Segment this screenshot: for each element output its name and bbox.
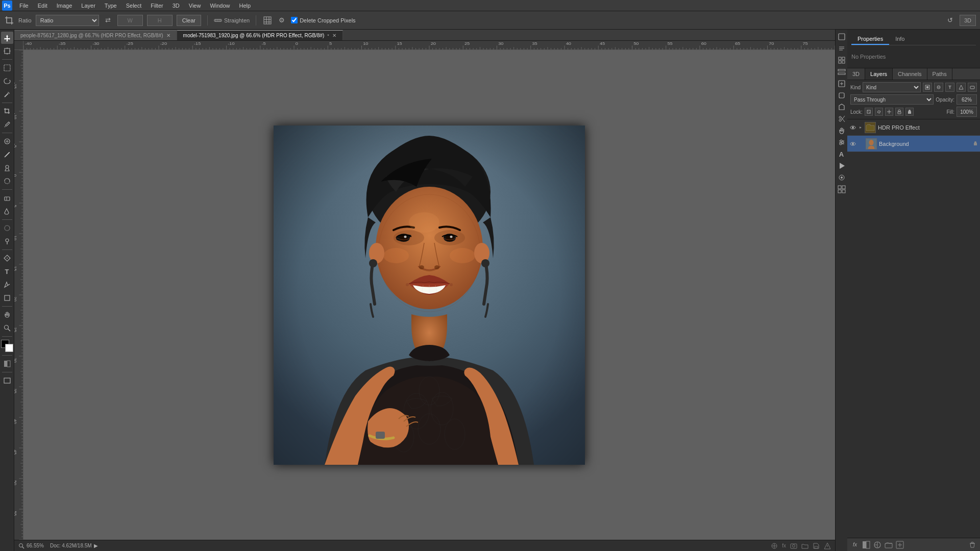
tool-eraser[interactable] bbox=[1, 192, 13, 204]
rt-btn-5[interactable] bbox=[837, 79, 847, 89]
layer-foot-fx[interactable]: fx bbox=[850, 540, 860, 549]
menu-3d[interactable]: 3D bbox=[168, 2, 184, 10]
tool-quick-mask[interactable] bbox=[1, 358, 13, 370]
svg-text:-35: -35 bbox=[59, 42, 66, 45]
tool-eyedropper[interactable] bbox=[1, 118, 13, 131]
rt-btn-adjust[interactable] bbox=[837, 137, 847, 147]
tab-properties[interactable]: Properties bbox=[851, 34, 889, 45]
tool-zoom[interactable] bbox=[1, 322, 13, 334]
menu-window[interactable]: Window bbox=[206, 2, 234, 10]
tab-1-close[interactable]: ✕ bbox=[166, 33, 170, 38]
ratio-select[interactable]: Ratio W x H x Resolution Original Ratio bbox=[36, 15, 99, 26]
tool-magic-wand[interactable] bbox=[1, 88, 13, 101]
tool-artboard[interactable] bbox=[1, 45, 13, 57]
height-input[interactable] bbox=[147, 15, 173, 26]
doc-info-arrow[interactable]: ▶ bbox=[94, 543, 98, 548]
settings-icon[interactable]: ⚙ bbox=[277, 15, 287, 26]
tab-2-close[interactable]: ✕ bbox=[332, 33, 336, 38]
rt-btn-3[interactable] bbox=[837, 55, 847, 65]
tab-2[interactable]: model-751983_1920.jpg @ 66.6% (HDR PRO E… bbox=[177, 30, 343, 40]
foreground-background-colors[interactable] bbox=[1, 340, 13, 352]
tool-screen-mode[interactable] bbox=[1, 374, 13, 387]
layers-tab-paths[interactable]: Paths bbox=[927, 68, 952, 80]
lock-image[interactable] bbox=[875, 108, 883, 116]
layer-item-hdr[interactable]: HDR PRO Effect bbox=[847, 119, 980, 136]
menu-select[interactable]: Select bbox=[122, 2, 146, 10]
tool-path-select[interactable] bbox=[1, 279, 13, 291]
layer-foot-group[interactable] bbox=[884, 540, 893, 549]
layers-tab-channels[interactable]: Channels bbox=[893, 68, 927, 80]
layer-hdr-visibility[interactable] bbox=[849, 124, 856, 131]
tab-info[interactable]: Info bbox=[889, 34, 911, 45]
rt-btn-7[interactable] bbox=[837, 102, 847, 112]
swap-icon[interactable]: ⇄ bbox=[103, 15, 113, 26]
tool-healing[interactable] bbox=[1, 135, 13, 147]
layer-foot-delete[interactable] bbox=[968, 540, 977, 549]
width-input[interactable] bbox=[117, 15, 143, 26]
lock-all[interactable] bbox=[905, 108, 914, 116]
grid-overlay-icon[interactable] bbox=[262, 15, 273, 26]
menu-filter[interactable]: Filter bbox=[146, 2, 167, 10]
layer-foot-adjustment[interactable] bbox=[873, 540, 882, 549]
rt-btn-grid[interactable] bbox=[837, 184, 847, 194]
delete-cropped-checkbox[interactable] bbox=[291, 17, 298, 23]
layer-foot-new[interactable] bbox=[895, 540, 904, 549]
layer-filter-smart[interactable] bbox=[968, 83, 977, 92]
tool-dodge[interactable] bbox=[1, 235, 13, 247]
rt-btn-6[interactable] bbox=[837, 90, 847, 101]
layer-filter-shape[interactable] bbox=[957, 83, 966, 92]
menu-view[interactable]: View bbox=[185, 2, 205, 10]
lock-position[interactable] bbox=[885, 108, 893, 116]
tool-shape[interactable] bbox=[1, 292, 13, 304]
tool-hand[interactable] bbox=[1, 309, 13, 321]
layers-tab-3d[interactable]: 3D bbox=[847, 68, 865, 80]
rt-btn-type[interactable]: A bbox=[837, 149, 847, 159]
menu-layer[interactable]: Layer bbox=[77, 2, 100, 10]
layer-hdr-expand[interactable] bbox=[859, 126, 863, 130]
layer-foot-mask[interactable] bbox=[862, 540, 871, 549]
background-color[interactable] bbox=[5, 344, 13, 352]
rt-btn-4[interactable] bbox=[837, 67, 847, 77]
menu-edit[interactable]: Edit bbox=[34, 2, 52, 10]
tool-history-brush[interactable] bbox=[1, 175, 13, 187]
tool-brush[interactable] bbox=[1, 148, 13, 161]
crop-tool-icon[interactable] bbox=[4, 15, 14, 26]
tool-marquee[interactable] bbox=[1, 62, 13, 74]
layer-filter-adjust[interactable] bbox=[934, 83, 943, 92]
rt-btn-hand2[interactable] bbox=[837, 126, 847, 136]
rt-btn-2[interactable] bbox=[837, 43, 847, 54]
canvas-scroll-area[interactable] bbox=[23, 50, 835, 540]
rt-btn-scissor[interactable] bbox=[837, 114, 847, 124]
tool-pen[interactable] bbox=[1, 252, 13, 264]
tool-paint-bucket[interactable] bbox=[1, 205, 13, 217]
tool-type[interactable]: T bbox=[1, 265, 13, 278]
layer-item-background[interactable]: Background bbox=[847, 136, 980, 152]
tool-move[interactable] bbox=[1, 32, 13, 44]
menu-help[interactable]: Help bbox=[235, 2, 255, 10]
layer-kind-select[interactable]: Kind bbox=[863, 82, 921, 92]
svg-point-24 bbox=[6, 165, 9, 168]
lock-artboard[interactable] bbox=[895, 108, 903, 116]
svg-text:10: 10 bbox=[363, 42, 369, 45]
rt-btn-play[interactable] bbox=[837, 161, 847, 171]
layer-filter-pixel[interactable] bbox=[923, 83, 932, 92]
menu-type[interactable]: Type bbox=[101, 2, 121, 10]
tool-lasso[interactable] bbox=[1, 75, 13, 87]
menu-image[interactable]: Image bbox=[53, 2, 77, 10]
blend-mode-select[interactable]: Pass Through Normal Multiply Screen bbox=[850, 94, 934, 105]
rt-btn-star[interactable] bbox=[837, 172, 847, 183]
tool-clone-stamp[interactable] bbox=[1, 162, 13, 174]
tab-1[interactable]: people-875617_1280.jpg @ 66.7% (HDR PRO … bbox=[14, 30, 177, 40]
opacity-value[interactable]: 62% bbox=[957, 94, 977, 105]
menu-file[interactable]: File bbox=[15, 2, 33, 10]
layer-bg-visibility[interactable] bbox=[849, 140, 856, 147]
reset-icon[interactable]: ↺ bbox=[945, 15, 955, 26]
tool-crop[interactable] bbox=[1, 105, 13, 117]
fill-value[interactable]: 100% bbox=[957, 107, 977, 117]
lock-transparent[interactable] bbox=[865, 108, 873, 116]
clear-button[interactable]: Clear bbox=[177, 15, 201, 26]
layer-filter-type[interactable]: T bbox=[945, 83, 954, 92]
rt-btn-history[interactable] bbox=[837, 32, 847, 42]
tool-blur[interactable] bbox=[1, 222, 13, 234]
layers-tab-layers[interactable]: Layers bbox=[865, 68, 893, 80]
